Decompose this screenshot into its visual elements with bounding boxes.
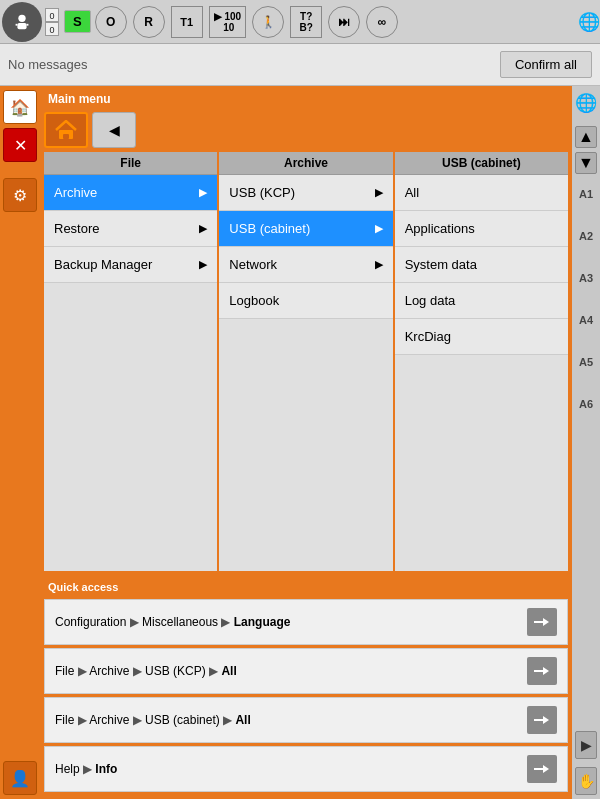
quick-row-2-text: File ▶ Archive ▶ USB (KCP) ▶ All (55, 664, 527, 678)
center-content: Main menu ◀ File Archive ▶ (40, 86, 572, 799)
svg-marker-11 (543, 716, 549, 724)
label-a4: A4 (579, 314, 593, 326)
btn-run[interactable]: ▶ 100 10 (209, 6, 246, 38)
label-a1: A1 (579, 188, 593, 200)
right-globe-icon[interactable]: 🌐 (575, 92, 597, 114)
message-text: No messages (8, 57, 87, 72)
close-sidebar-btn[interactable]: ✕ (3, 128, 37, 162)
menu-item-applications[interactable]: Applications (395, 211, 568, 247)
menu-item-logbook[interactable]: Logbook (219, 283, 392, 319)
btn-tp[interactable]: T?B? (290, 6, 322, 38)
gear-sidebar-btn[interactable]: ⚙ (3, 178, 37, 212)
arrow-icon: ▶ (375, 186, 383, 199)
scroll-down-btn[interactable]: ▼ (575, 152, 597, 174)
quick-row-1-text: Configuration ▶ Miscellaneous ▶ Language (55, 615, 527, 629)
label-a2: A2 (579, 230, 593, 242)
menu-nav: ◀ (44, 112, 568, 148)
arrow-icon: ▶ (375, 258, 383, 271)
svg-rect-12 (534, 768, 544, 770)
three-col-menu: File Archive ▶ Restore ▶ Backup Manager … (44, 152, 568, 571)
nav-home-btn[interactable] (44, 112, 88, 148)
quick-access: Quick access Configuration ▶ Miscellaneo… (40, 575, 572, 799)
menu-item-restore[interactable]: Restore ▶ (44, 211, 217, 247)
quick-row-2-btn[interactable] (527, 657, 557, 685)
col-usb-cabinet-header: USB (cabinet) (395, 152, 568, 175)
arrow-icon: ▶ (199, 186, 207, 199)
arrow-icon: ▶ (199, 258, 207, 271)
right-sidebar: 🌐 ▲ ▼ A1 A2 A3 A4 A5 A6 ▶ ✋ (572, 86, 600, 799)
left-sidebar: 🏠 ✕ ⚙ 👤 (0, 86, 40, 799)
top-toolbar: 00 S O R T1 ▶ 100 10 🚶 T?B? ⏭ ∞ 🌐 (0, 0, 600, 44)
svg-rect-6 (534, 621, 544, 623)
user-sidebar-btn[interactable]: 👤 (3, 761, 37, 795)
btn-r[interactable]: R (133, 6, 165, 38)
btn-skip[interactable]: ⏭ (328, 6, 360, 38)
menu-item-krcdiag[interactable]: KrcDiag (395, 319, 568, 355)
svg-marker-7 (543, 618, 549, 626)
menu-item-backup[interactable]: Backup Manager ▶ (44, 247, 217, 283)
menu-item-archive[interactable]: Archive ▶ (44, 175, 217, 211)
menu-item-all[interactable]: All (395, 175, 568, 211)
menu-item-log-data[interactable]: Log data (395, 283, 568, 319)
message-bar: No messages Confirm all (0, 44, 600, 86)
counter-1: 00 (45, 8, 59, 36)
btn-s[interactable]: S (64, 10, 91, 33)
label-a3: A3 (579, 272, 593, 284)
globe-area: 🌐 (578, 11, 600, 33)
quick-row-4[interactable]: Help ▶ Info (44, 746, 568, 792)
menu-item-usb-kcp[interactable]: USB (KCP) ▶ (219, 175, 392, 211)
menu-item-usb-cabinet[interactable]: USB (cabinet) ▶ (219, 211, 392, 247)
col-usb-cabinet: USB (cabinet) All Applications System da… (395, 152, 568, 571)
svg-rect-10 (534, 719, 544, 721)
col-archive-header: Archive (219, 152, 392, 175)
main-area: 🏠 ✕ ⚙ 👤 Main menu (0, 86, 600, 799)
btn-t1[interactable]: T1 (171, 6, 203, 38)
svg-point-0 (18, 14, 25, 21)
label-a6: A6 (579, 398, 593, 410)
quick-row-4-btn[interactable] (527, 755, 557, 783)
btn-inf[interactable]: ∞ (366, 6, 398, 38)
quick-row-4-text: Help ▶ Info (55, 762, 527, 776)
quick-row-1-btn[interactable] (527, 608, 557, 636)
hand-icon-btn[interactable]: ✋ (575, 767, 597, 795)
svg-rect-1 (17, 22, 26, 28)
menu-item-network[interactable]: Network ▶ (219, 247, 392, 283)
col-archive: Archive USB (KCP) ▶ USB (cabinet) ▶ Netw… (219, 152, 392, 571)
arrow-icon: ▶ (199, 222, 207, 235)
svg-rect-5 (63, 134, 69, 139)
globe-icon[interactable]: 🌐 (578, 11, 600, 33)
col-file-header: File (44, 152, 217, 175)
col-file: File Archive ▶ Restore ▶ Backup Manager … (44, 152, 217, 571)
quick-access-title: Quick access (44, 579, 568, 595)
home-sidebar-btn[interactable]: 🏠 (3, 90, 37, 124)
quick-row-2[interactable]: File ▶ Archive ▶ USB (KCP) ▶ All (44, 648, 568, 694)
robot-icon (2, 2, 42, 42)
quick-row-3-text: File ▶ Archive ▶ USB (cabinet) ▶ All (55, 713, 527, 727)
play-btn[interactable]: ▶ (575, 731, 597, 759)
btn-o[interactable]: O (95, 6, 127, 38)
confirm-all-button[interactable]: Confirm all (500, 51, 592, 78)
menu-title: Main menu (44, 90, 568, 108)
arrow-icon: ▶ (375, 222, 383, 235)
toolbar-buttons: S O R T1 ▶ 100 10 🚶 T?B? ⏭ ∞ (64, 6, 400, 38)
quick-row-1[interactable]: Configuration ▶ Miscellaneous ▶ Language (44, 599, 568, 645)
axis-labels: A1 A2 A3 A4 A5 A6 (579, 188, 593, 410)
scroll-up-btn[interactable]: ▲ (575, 126, 597, 148)
menu-panel: Main menu ◀ (40, 86, 572, 152)
nav-back-btn[interactable]: ◀ (92, 112, 136, 148)
quick-row-3-btn[interactable] (527, 706, 557, 734)
svg-marker-13 (543, 765, 549, 773)
menu-item-system-data[interactable]: System data (395, 247, 568, 283)
btn-walk[interactable]: 🚶 (252, 6, 284, 38)
svg-marker-9 (543, 667, 549, 675)
quick-row-3[interactable]: File ▶ Archive ▶ USB (cabinet) ▶ All (44, 697, 568, 743)
label-a5: A5 (579, 356, 593, 368)
svg-rect-8 (534, 670, 544, 672)
